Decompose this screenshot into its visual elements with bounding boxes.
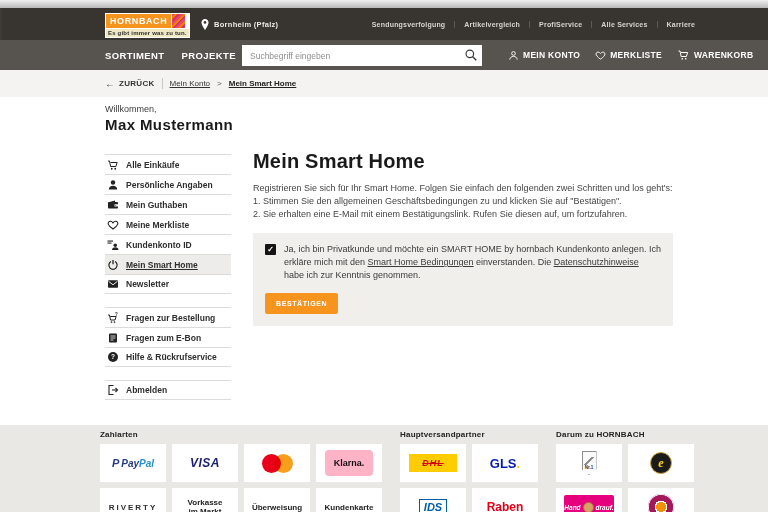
gls-logo: GLS. [490,456,520,471]
cart-icon [677,49,690,61]
breadcrumb-current[interactable]: Mein Smart Home [229,79,297,88]
sidebar-item-alle-einkaeufe[interactable]: Alle Einkäufe [105,154,231,174]
consent-checkbox[interactable] [265,244,276,255]
vorkasse-label: Vorkasseim Markt [188,498,223,512]
payment-card-mastercard [244,444,310,482]
sidebar-label: Fragen zur Bestellung [126,313,215,323]
id-card-icon [107,239,119,251]
sidebar-item-fragen-zur-bestellung[interactable]: ? Fragen zur Bestellung [105,307,231,327]
nav-sortiment[interactable]: SORTIMENT [105,50,165,61]
shipping-card-gls: GLS. [472,444,538,482]
nav-bar: SORTIMENT PROJEKTE MEIN MARKT MEIN KONTO [0,40,768,70]
sidebar-label: Meine Merkliste [126,220,189,230]
footer-payments-section: Zahlarten PPayPal VISA Klarna. RIVERTY [100,430,382,512]
breadcrumb-chevron-icon: > [217,79,222,88]
header: HORNBACH Es gibt immer was zu tun. Bornh… [0,8,768,40]
consent-text-part2: einverstanden. Die [474,257,554,267]
order-question-icon: ? [107,312,119,324]
sidebar-label: Persönliche Angaben [126,180,213,190]
sidebar-item-mein-smart-home[interactable]: Mein Smart Home [105,254,231,274]
consent-panel: Ja, ich bin Privatkunde und möchte ein S… [253,233,673,326]
confirm-button[interactable]: BESTÄTIGEN [265,293,338,314]
payment-card-kundenkarte: Kundenkarte [316,488,382,512]
paypal-logo: PPayPal [112,457,154,469]
footer-shipping-section: Hauptversandpartner DHL GLS. IDS Raben [400,430,538,512]
account-sidebar: Alle Einkäufe Persönliche Angaben Mein G… [105,154,231,400]
link-alle-services[interactable]: Alle Services [592,21,657,28]
welcome-greeting: Willkommen, [105,104,233,114]
link-sendungsverfolgung[interactable]: Sendungsverfolgung [363,21,456,28]
store-location-label: Bornheim (Pfalz) [214,20,278,29]
location-pin-icon [200,18,210,31]
shipping-title: Hauptversandpartner [400,430,538,439]
sidebar-item-hilfe-rueckrufservice[interactable]: ? Hilfe & Rückrufservice [105,347,231,367]
logo-tagline: Es gibt immer was zu tun. [106,29,189,37]
shipping-card-dhl: DHL [400,444,466,482]
mein-konto-label: MEIN KONTO [523,50,580,60]
search-box [242,45,482,65]
cart-icon [107,159,119,171]
page-title: Mein Smart Home [253,150,703,173]
sidebar-item-abmelden[interactable]: Abmelden [105,380,231,400]
why-card-guetesiegel [628,488,694,512]
paypal-p-icon: P [112,457,119,469]
why-card-hand-drauf: Handdrauf. [556,488,622,512]
search-input[interactable] [242,46,482,66]
search-icon[interactable] [464,48,478,62]
mail-icon [107,278,119,290]
step-2: 2. Sie erhalten eine E-Mail mit einem Be… [253,208,703,221]
link-karriere[interactable]: Karriere [658,21,704,28]
welcome-block: Willkommen, Max Mustermann [105,104,233,133]
payment-card-riverty: RIVERTY [100,488,166,512]
sidebar-label: Fragen zum E-Bon [126,333,201,343]
step-1: 1. Stimmen Sie den allgemeinen Geschäfts… [253,195,703,208]
smart-home-bedingungen-link[interactable]: Smart Home Bedingungen [368,257,474,267]
raben-logo: Raben [487,500,524,512]
receipt-icon [107,332,119,344]
merkliste-label: MERKLISTE [610,50,662,60]
sidebar-item-fragen-zum-e-bon[interactable]: Fragen zum E-Bon [105,327,231,347]
hornbach-logo[interactable]: HORNBACH Es gibt immer was zu tun. [105,13,190,38]
breadcrumb: ← ZURÜCK Mein Konto > Mein Smart Home [0,70,768,97]
back-button[interactable]: ← ZURÜCK [105,79,155,89]
wallet-icon [107,199,119,211]
datenschutzhinweise-link[interactable]: Datenschutzhinweise [554,257,639,267]
user-icon [508,50,519,61]
sidebar-label: Newsletter [126,279,169,289]
riverty-logo: RIVERTY [109,503,158,512]
payment-card-paypal: PPayPal [100,444,166,482]
sidebar-label: Abmelden [126,385,167,395]
breadcrumb-divider [162,78,163,89]
footer: Zahlarten PPayPal VISA Klarna. RIVERTY [0,425,768,512]
hand-drauf-badge: Handdrauf. [564,495,614,512]
sidebar-item-newsletter[interactable]: Newsletter [105,274,231,294]
breadcrumb-mein-konto[interactable]: Mein Konto [170,79,210,88]
link-artikelvergleich[interactable]: Artikelvergleich [455,21,530,28]
sidebar-item-persoenliche-angaben[interactable]: Persönliche Angaben [105,174,231,194]
nav-projekte[interactable]: PROJEKTE [182,50,236,61]
mein-konto-button[interactable]: MEIN KONTO [508,50,580,61]
sidebar-item-kundenkonto-id[interactable]: Kundenkonto ID [105,234,231,254]
user-name: Max Mustermann [105,116,233,133]
heart-icon [107,219,119,231]
shipping-card-ids: IDS [400,488,466,512]
link-profiservice[interactable]: ProfiService [530,21,592,28]
help-icon: ? [107,351,119,363]
store-location[interactable]: Bornheim (Pfalz) [200,8,278,40]
sidebar-label: Alle Einkäufe [126,160,179,170]
merkliste-button[interactable]: MERKLISTE [595,50,662,61]
footer-why-section: Darum zu HORNBACH Nr.1 e Handdrauf. [556,430,694,512]
fist-icon [583,502,594,512]
sidebar-label: Mein Guthaben [126,200,187,210]
klarna-logo: Klarna. [325,450,373,476]
ueberweisung-label: Überweisung [252,503,302,512]
logo-wordmark: HORNBACH [106,14,171,28]
back-arrow-icon: ← [105,79,115,89]
sidebar-item-mein-guthaben[interactable]: Mein Guthaben [105,194,231,214]
intro-text: Registrieren Sie sich für Ihr Smart Home… [253,182,703,195]
shipping-card-raben: Raben [472,488,538,512]
ids-logo: IDS [419,499,447,512]
sidebar-item-meine-merkliste[interactable]: Meine Merkliste [105,214,231,234]
warenkorb-button[interactable]: WARENKORB [677,49,753,61]
payments-title: Zahlarten [100,430,382,439]
